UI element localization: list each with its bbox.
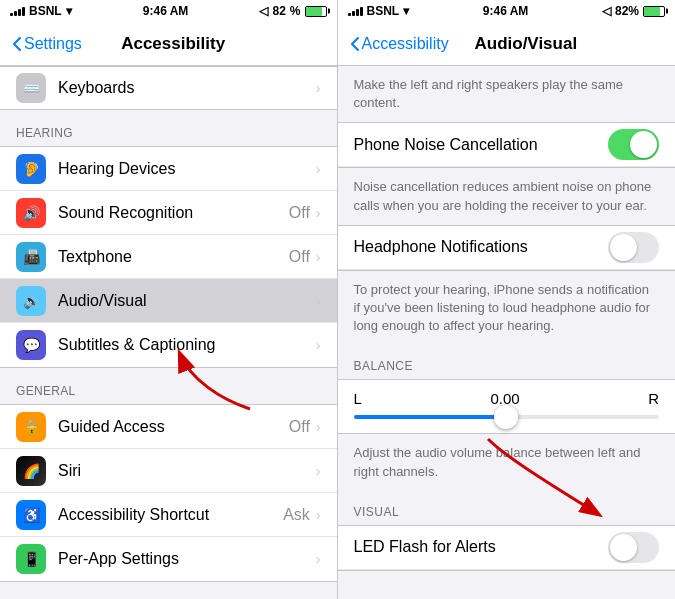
slider-fill bbox=[354, 415, 507, 419]
wifi-icon-right: ▾ bbox=[403, 4, 409, 18]
headphone-notifications-toggle[interactable] bbox=[608, 232, 659, 263]
nav-bar-left: Settings Accessibility bbox=[0, 22, 337, 66]
subtitles-item[interactable]: 💬 Subtitles & Captioning › bbox=[0, 323, 337, 367]
hearing-devices-item[interactable]: 🦻 Hearing Devices › bbox=[0, 147, 337, 191]
wifi-icon: ▾ bbox=[66, 4, 72, 18]
led-flash-row[interactable]: LED Flash for Alerts bbox=[338, 526, 676, 570]
guided-access-label: Guided Access bbox=[58, 418, 289, 436]
general-list: 🔒 Guided Access Off › 🌈 Siri › ♿ Accessi… bbox=[0, 404, 337, 582]
siri-label: Siri bbox=[58, 462, 316, 480]
left-panel: BSNL ▾ 9:46 AM ◁ 82% Settings Accessibil… bbox=[0, 0, 338, 599]
location-icon-right: ◁ bbox=[602, 4, 611, 18]
subtitles-chevron: › bbox=[316, 337, 321, 353]
noise-cancellation-toggle[interactable] bbox=[608, 129, 659, 160]
signal-icon bbox=[10, 7, 25, 16]
audio-visual-label: Audio/Visual bbox=[58, 292, 316, 310]
sound-recognition-item[interactable]: 🔊 Sound Recognition Off › bbox=[0, 191, 337, 235]
textphone-value: Off bbox=[289, 248, 310, 266]
textphone-label: Textphone bbox=[58, 248, 289, 266]
intro-text: Make the left and right speakers play th… bbox=[338, 66, 676, 122]
led-flash-toggle[interactable] bbox=[608, 532, 659, 563]
sound-recognition-label: Sound Recognition bbox=[58, 204, 289, 222]
toggle-knob bbox=[630, 131, 657, 158]
time-label-right: 9:46 AM bbox=[483, 4, 529, 18]
headphone-group: Headphone Notifications bbox=[338, 225, 676, 271]
battery-icon-right bbox=[643, 6, 665, 17]
status-right: ◁ 82% bbox=[259, 4, 326, 18]
per-app-settings-chevron: › bbox=[316, 551, 321, 567]
subtitles-icon: 💬 bbox=[16, 330, 46, 360]
battery-pct-right: 82% bbox=[615, 4, 639, 18]
sound-recognition-icon: 🔊 bbox=[16, 198, 46, 228]
textphone-item[interactable]: 📠 Textphone Off › bbox=[0, 235, 337, 279]
balance-left-label: L bbox=[354, 390, 362, 407]
back-arrow-icon-right bbox=[350, 36, 360, 52]
back-arrow-icon bbox=[12, 36, 22, 52]
sound-recognition-value: Off bbox=[289, 204, 310, 222]
balance-text: Adjust the audio volume balance between … bbox=[338, 434, 676, 490]
visual-section-label: VISUAL bbox=[338, 491, 676, 525]
location-icon: ◁ bbox=[259, 4, 268, 18]
siri-chevron: › bbox=[316, 463, 321, 479]
headphone-toggle-knob bbox=[610, 234, 637, 261]
signal-icon-right bbox=[348, 7, 363, 16]
noise-text: Noise cancellation reduces ambient noise… bbox=[338, 168, 676, 224]
audio-visual-item[interactable]: 🔉 Audio/Visual › bbox=[0, 279, 337, 323]
per-app-settings-label: Per-App Settings bbox=[58, 550, 316, 568]
battery-icon bbox=[305, 6, 327, 17]
textphone-icon: 📠 bbox=[16, 242, 46, 272]
accessibility-shortcut-item[interactable]: ♿ Accessibility Shortcut Ask › bbox=[0, 493, 337, 537]
page-title-left: Accessibility bbox=[22, 34, 325, 54]
noise-cancellation-label: Phone Noise Cancellation bbox=[354, 136, 609, 154]
page-title-right: Audio/Visual bbox=[389, 34, 663, 54]
guided-access-chevron: › bbox=[316, 419, 321, 435]
keyboards-icon: ⌨️ bbox=[16, 73, 46, 103]
right-scroll-area[interactable]: Make the left and right speakers play th… bbox=[338, 66, 676, 599]
guided-access-item[interactable]: 🔒 Guided Access Off › bbox=[0, 405, 337, 449]
status-bar-left: BSNL ▾ 9:46 AM ◁ 82% bbox=[0, 0, 337, 22]
hearing-devices-label: Hearing Devices bbox=[58, 160, 316, 178]
general-section-label: GENERAL bbox=[0, 368, 337, 404]
balance-slider[interactable] bbox=[354, 415, 660, 419]
per-app-settings-icon: 📱 bbox=[16, 544, 46, 574]
keyboards-chevron: › bbox=[316, 80, 321, 96]
hearing-devices-chevron: › bbox=[316, 161, 321, 177]
headphone-text: To protect your hearing, iPhone sends a … bbox=[338, 271, 676, 346]
headphone-notifications-label: Headphone Notifications bbox=[354, 238, 609, 256]
accessibility-shortcut-icon: ♿ bbox=[16, 500, 46, 530]
balance-section-label: BALANCE bbox=[338, 345, 676, 379]
per-app-settings-item[interactable]: 📱 Per-App Settings › bbox=[0, 537, 337, 581]
status-right-right: ◁ 82% bbox=[602, 4, 665, 18]
accessibility-shortcut-value: Ask bbox=[283, 506, 310, 524]
visual-settings-group: LED Flash for Alerts bbox=[338, 525, 676, 571]
textphone-chevron: › bbox=[316, 249, 321, 265]
status-bar-right: BSNL ▾ 9:46 AM ◁ 82% bbox=[338, 0, 676, 22]
siri-item[interactable]: 🌈 Siri › bbox=[0, 449, 337, 493]
balance-section: L 0.00 R bbox=[338, 379, 676, 434]
audio-visual-chevron: › bbox=[316, 293, 321, 309]
carrier-label-right: BSNL bbox=[367, 4, 400, 18]
keyboards-list-item[interactable]: ⌨️ Keyboards › bbox=[0, 66, 337, 110]
carrier-label: BSNL bbox=[29, 4, 62, 18]
slider-thumb[interactable] bbox=[494, 405, 518, 429]
right-panel: BSNL ▾ 9:46 AM ◁ 82% Accessibility Audio… bbox=[338, 0, 676, 599]
accessibility-shortcut-label: Accessibility Shortcut bbox=[58, 506, 283, 524]
noise-cancellation-group: Phone Noise Cancellation bbox=[338, 122, 676, 168]
noise-cancellation-row[interactable]: Phone Noise Cancellation bbox=[338, 123, 676, 167]
status-left: BSNL ▾ bbox=[10, 4, 72, 18]
hearing-list: 🦻 Hearing Devices › 🔊 Sound Recognition … bbox=[0, 146, 337, 368]
headphone-notifications-row[interactable]: Headphone Notifications bbox=[338, 226, 676, 270]
nav-bar-right: Accessibility Audio/Visual bbox=[338, 22, 676, 66]
sound-recognition-chevron: › bbox=[316, 205, 321, 221]
subtitles-label: Subtitles & Captioning bbox=[58, 336, 316, 354]
time-label: 9:46 AM bbox=[143, 4, 189, 18]
hearing-section-label: HEARING bbox=[0, 110, 337, 146]
accessibility-shortcut-chevron: › bbox=[316, 507, 321, 523]
battery-pct: 82 bbox=[272, 4, 285, 18]
guided-access-icon: 🔒 bbox=[16, 412, 46, 442]
led-flash-toggle-knob bbox=[610, 534, 637, 561]
led-flash-label: LED Flash for Alerts bbox=[354, 538, 609, 556]
audio-visual-icon: 🔉 bbox=[16, 286, 46, 316]
hearing-devices-icon: 🦻 bbox=[16, 154, 46, 184]
left-scroll-area[interactable]: ⌨️ Keyboards › HEARING 🦻 Hearing Devices… bbox=[0, 66, 337, 599]
